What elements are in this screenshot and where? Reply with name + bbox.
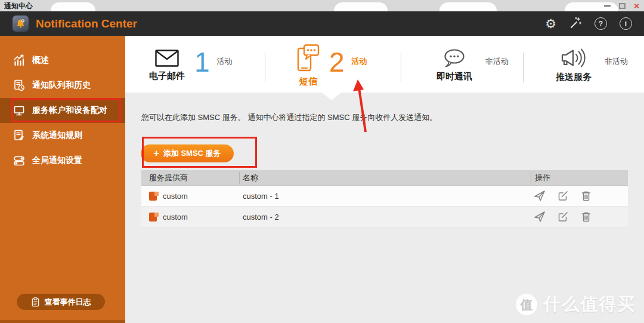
custom-provider-icon bbox=[149, 192, 157, 201]
toggles-icon bbox=[13, 155, 25, 167]
tab-email-status: 活动 bbox=[217, 56, 233, 67]
tab-divider bbox=[265, 53, 265, 82]
background-card-blob bbox=[51, 2, 95, 11]
background-card-blob bbox=[439, 2, 497, 11]
sidebar-item-system-rules[interactable]: 系统通知规则 bbox=[0, 123, 125, 148]
tab-push-service[interactable]: 推送服务 非活动 bbox=[556, 45, 628, 86]
table-row[interactable]: custom custom - 2 bbox=[141, 207, 628, 227]
active-tab-notch bbox=[322, 93, 341, 100]
smzdm-watermark: 值 什么值得买 bbox=[516, 293, 636, 316]
tab-email-count: 1 bbox=[194, 50, 210, 76]
window-titlebar: 通知中心 × bbox=[0, 0, 644, 11]
add-smsc-service-label: 添加 SMSC 服务 bbox=[163, 148, 221, 159]
document-pencil-icon bbox=[13, 130, 25, 141]
custom-provider-icon bbox=[149, 213, 157, 222]
info-icon[interactable]: i bbox=[620, 17, 632, 30]
delete-icon[interactable] bbox=[580, 211, 592, 223]
tab-im-status: 非活动 bbox=[485, 56, 509, 67]
sidebar: 概述 通知队列和历史 服务帐户和设备配对 bbox=[0, 36, 125, 323]
sidebar-item-overview[interactable]: 概述 bbox=[0, 48, 125, 73]
settings-gear-icon[interactable]: ⚙ bbox=[545, 17, 556, 30]
megaphone-icon bbox=[561, 48, 587, 68]
sidebar-item-label: 系统通知规则 bbox=[32, 130, 82, 141]
tab-sms-count: 2 bbox=[329, 50, 345, 76]
tab-sms[interactable]: 短信 2 活动 bbox=[297, 45, 367, 86]
table-row[interactable]: custom custom - 1 bbox=[141, 186, 628, 207]
table-header-row: 服务提供商 名称 操作 bbox=[141, 170, 628, 186]
sidebar-item-queue-history[interactable]: 通知队列和历史 bbox=[0, 73, 125, 98]
column-separator bbox=[239, 172, 240, 184]
chat-bubble-icon bbox=[444, 49, 465, 67]
device-monitor-icon bbox=[13, 104, 25, 116]
sidebar-item-label: 概述 bbox=[32, 55, 49, 66]
minimize-button[interactable] bbox=[604, 5, 611, 7]
tab-email[interactable]: 电子邮件 1 活动 bbox=[149, 45, 233, 86]
name-cell: custom - 2 bbox=[243, 213, 279, 222]
edit-icon[interactable] bbox=[557, 211, 569, 223]
tab-email-label: 电子邮件 bbox=[149, 70, 185, 82]
tab-divider bbox=[523, 53, 524, 82]
sidebar-item-label: 全局通知设置 bbox=[32, 155, 82, 166]
maximize-button[interactable] bbox=[619, 3, 626, 9]
edit-icon[interactable] bbox=[557, 190, 569, 202]
help-icon[interactable]: ? bbox=[595, 17, 607, 30]
plus-icon: + bbox=[153, 149, 159, 158]
bell-icon bbox=[16, 19, 26, 29]
tab-sms-label: 短信 bbox=[299, 76, 317, 87]
tab-instant-messaging[interactable]: 即时通讯 非活动 bbox=[436, 45, 509, 86]
view-event-log-label: 查看事件日志 bbox=[45, 297, 91, 307]
overview-chart-icon bbox=[13, 54, 25, 66]
send-test-message-icon[interactable] bbox=[534, 211, 546, 223]
add-smsc-service-button[interactable]: + 添加 SMSC 服务 bbox=[141, 144, 234, 162]
smzdm-watermark-text: 什么值得买 bbox=[543, 293, 636, 316]
delete-icon[interactable] bbox=[580, 190, 592, 202]
column-separator bbox=[531, 172, 531, 184]
window-title: 通知中心 bbox=[4, 1, 33, 11]
smsc-service-table: 服务提供商 名称 操作 custom custom - 1 bbox=[141, 170, 628, 227]
tab-sms-status: 活动 bbox=[352, 56, 367, 67]
tab-im-label: 即时通讯 bbox=[436, 71, 472, 82]
email-envelope-icon bbox=[155, 50, 179, 67]
smzdm-badge-icon: 值 bbox=[516, 294, 537, 315]
notification-center-app-icon bbox=[13, 16, 29, 32]
sidebar-item-label: 通知队列和历史 bbox=[32, 80, 91, 91]
app-title: Notification Center bbox=[36, 17, 137, 30]
sidebar-item-service-accounts[interactable]: 服务帐户和设备配对 bbox=[0, 98, 125, 123]
tab-push-label: 推送服务 bbox=[556, 72, 592, 83]
smsc-description-text: 您可以在此添加 SMSC 服务。 通知中心将通过指定的 SMSC 服务向收件人发… bbox=[141, 112, 437, 123]
provider-cell: custom bbox=[163, 192, 188, 201]
channel-tabbar: 电子邮件 1 活动 短信 2 活动 bbox=[125, 36, 644, 93]
document-history-icon bbox=[13, 79, 25, 91]
sms-phone-icon bbox=[297, 44, 320, 72]
sidebar-item-label: 服务帐户和设备配对 bbox=[32, 105, 107, 116]
name-cell: custom - 1 bbox=[243, 192, 279, 201]
provider-cell: custom bbox=[163, 213, 188, 222]
column-header-name: 名称 bbox=[243, 173, 258, 183]
tab-divider bbox=[401, 53, 401, 82]
quick-setup-wand-icon[interactable] bbox=[569, 16, 582, 32]
column-header-action: 操作 bbox=[535, 173, 550, 183]
tab-push-status: 非活动 bbox=[605, 56, 628, 67]
sidebar-item-global-settings[interactable]: 全局通知设置 bbox=[0, 148, 125, 173]
send-test-message-icon[interactable] bbox=[534, 190, 546, 202]
app-header: Notification Center ⚙ ? i bbox=[0, 11, 644, 36]
close-button[interactable]: × bbox=[634, 1, 639, 11]
view-event-log-button[interactable]: 查看事件日志 bbox=[17, 294, 105, 310]
event-log-icon bbox=[31, 297, 40, 307]
column-header-provider: 服务提供商 bbox=[149, 173, 188, 183]
main-content: 电子邮件 1 活动 短信 2 活动 bbox=[125, 36, 644, 323]
background-card-blob bbox=[334, 2, 388, 11]
